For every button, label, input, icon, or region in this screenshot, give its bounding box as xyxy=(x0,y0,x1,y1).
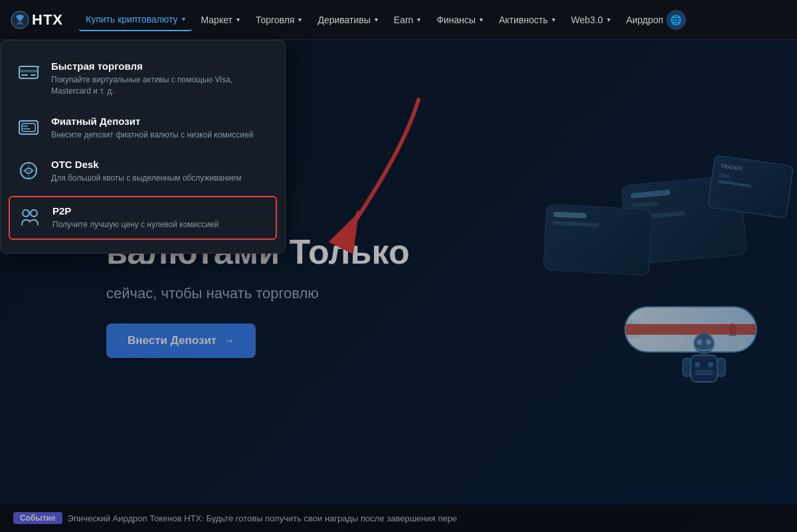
quick-trade-text: Быстрая торговля Покупайте виртуальные а… xyxy=(51,60,269,97)
svg-rect-5 xyxy=(22,124,35,132)
nav-item-finance[interactable]: Финансы ▾ xyxy=(430,9,489,31)
svg-rect-11 xyxy=(683,358,691,377)
logo-text: HTX xyxy=(32,11,63,29)
svg-rect-2 xyxy=(19,70,38,72)
svg-point-13 xyxy=(697,339,702,345)
dropdown-item-fiat-deposit[interactable]: Фиатный Депозит Внесите депозит фиатной … xyxy=(1,106,285,150)
illustration-shapes: TRADER DAO xyxy=(491,153,797,419)
airdrop-globe-icon: 🌐 xyxy=(666,10,686,30)
nav-label-derivatives: Деривативы xyxy=(317,15,370,25)
chevron-down-icon: ▾ xyxy=(607,16,610,23)
otc-desk-text: OTC Desk Для большой квоты с выделенным … xyxy=(51,159,241,184)
nav-label-web3: Web3.0 xyxy=(571,15,603,25)
deposit-btn-label: Внести Депозит xyxy=(128,334,217,347)
dropdown-item-otc-desk[interactable]: OTC Desk Для большой квоты с выделенным … xyxy=(1,149,285,193)
nav-item-derivatives[interactable]: Деривативы ▾ xyxy=(311,9,384,31)
buy-crypto-dropdown: Быстрая торговля Покупайте виртуальные а… xyxy=(0,40,286,254)
chevron-down-icon: ▾ xyxy=(182,15,185,23)
card-icon xyxy=(17,60,41,84)
svg-point-16 xyxy=(708,362,713,367)
otc-icon xyxy=(17,159,41,183)
htx-logo-icon xyxy=(11,11,29,29)
ticker-text: Эпический Аирдроп Токенов HTX: Будьте го… xyxy=(68,513,458,523)
chevron-down-icon: ▾ xyxy=(417,16,420,23)
deposit-button[interactable]: Внести Депозит → xyxy=(106,323,256,358)
illustration-card-3: TRADER DAO xyxy=(707,155,794,219)
chevron-down-icon: ▾ xyxy=(480,16,483,23)
navbar: HTX Купить криптовалюту ▾ Маркет ▾ Торго… xyxy=(0,0,797,40)
arrow-right-icon: → xyxy=(223,334,234,347)
chevron-down-icon: ▾ xyxy=(236,16,240,23)
quick-trade-title: Быстрая торговля xyxy=(51,60,269,72)
nav-item-web3[interactable]: Web3.0 ▾ xyxy=(565,9,617,31)
logo[interactable]: HTX xyxy=(11,11,63,29)
nav-label-trade: Торговля xyxy=(256,15,294,25)
quick-trade-desc: Покупайте виртуальные активы с помощью V… xyxy=(51,74,269,97)
fiat-icon xyxy=(17,116,41,139)
hero-subtitle: сейчас, чтобы начать торговлю xyxy=(106,285,410,302)
p2p-icon xyxy=(18,205,42,229)
p2p-text: P2P Получите лучшую цену с нулевой комис… xyxy=(52,205,219,230)
dropdown-item-quick-trade[interactable]: Быстрая торговля Покупайте виртуальные а… xyxy=(1,51,285,106)
fiat-deposit-text: Фиатный Депозит Внесите депозит фиатной … xyxy=(51,116,253,141)
svg-rect-10 xyxy=(691,355,717,382)
fiat-deposit-title: Фиатный Депозит xyxy=(51,116,253,127)
nav-label-earn: Earn xyxy=(394,15,414,25)
nav-item-airdrop[interactable]: Аирдроп 🌐 xyxy=(620,5,693,35)
nav-item-activity[interactable]: Активность ▾ xyxy=(492,9,562,31)
nav-label-activity: Активность xyxy=(499,15,548,25)
dropdown-item-p2p[interactable]: P2P Получите лучшую цену с нулевой комис… xyxy=(9,196,277,240)
otc-desk-title: OTC Desk xyxy=(51,159,241,170)
p2p-title: P2P xyxy=(52,205,219,217)
chevron-down-icon: ▾ xyxy=(552,16,555,23)
nav-label-finance: Финансы xyxy=(436,15,476,25)
chevron-down-icon: ▾ xyxy=(375,16,378,23)
nav-item-earn[interactable]: Earn ▾ xyxy=(387,9,428,31)
chevron-down-icon: ▾ xyxy=(298,16,302,23)
p2p-desc: Получите лучшую цену с нулевой комиссией xyxy=(52,219,219,230)
nav-item-buy-crypto[interactable]: Купить криптовалюту ▾ xyxy=(79,9,192,31)
illustration-figure xyxy=(677,330,731,399)
nav-label-market: Маркет xyxy=(201,15,232,25)
illustration-card-2 xyxy=(543,203,652,275)
ticker-bar: Событие Эпический Аирдроп Токенов HTX: Б… xyxy=(0,504,797,532)
otc-desk-desc: Для большой квоты с выделенным обслужива… xyxy=(51,173,241,184)
svg-rect-17 xyxy=(695,370,713,375)
event-badge: Событие xyxy=(13,512,62,524)
hero-illustration: TRADER DAO xyxy=(478,40,797,532)
nav-label-buy-crypto: Купить криптовалюту xyxy=(86,14,178,25)
nav-label-airdrop: Аирдроп xyxy=(626,15,664,25)
svg-rect-12 xyxy=(717,358,725,377)
fiat-deposit-desc: Внесите депозит фиатной валюты с низкой … xyxy=(51,130,253,141)
nav-item-trade[interactable]: Торговля ▾ xyxy=(249,9,308,31)
svg-point-14 xyxy=(706,339,711,345)
nav-items: Купить криптовалюту ▾ Маркет ▾ Торговля … xyxy=(79,5,786,35)
nav-item-market[interactable]: Маркет ▾ xyxy=(195,9,246,31)
svg-point-15 xyxy=(695,362,700,367)
